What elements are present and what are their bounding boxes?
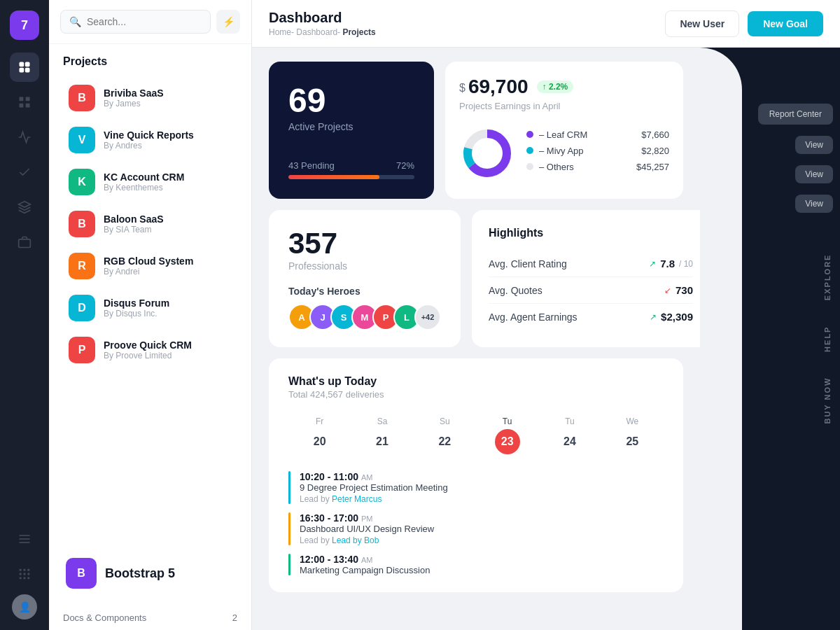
legend-left: – Others: [526, 162, 574, 172]
report-center-button[interactable]: Report Center: [758, 104, 833, 125]
legend-value: $7,660: [641, 130, 669, 140]
topbar-left: Dashboard Home- Dashboard- Projects: [269, 10, 376, 37]
highlight-value: 7.8: [660, 258, 675, 270]
right-panel: Report Center View View View Explore Hel…: [700, 48, 840, 630]
view-button-1[interactable]: View: [795, 136, 833, 154]
view-button-3[interactable]: View: [795, 195, 833, 213]
day-name: Tu: [541, 416, 598, 426]
progress-percent: 72%: [396, 160, 414, 171]
project-logo: D: [69, 295, 95, 321]
search-box[interactable]: 🔍: [60, 10, 211, 34]
calendar-day[interactable]: Fr 20: [288, 411, 351, 460]
project-item[interactable]: K KC Account CRM By Keenthemes: [55, 162, 246, 202]
search-input[interactable]: [87, 16, 202, 27]
calendar-day[interactable]: We 25: [601, 411, 664, 460]
event-person-link[interactable]: Lead by Bob: [332, 536, 379, 545]
calendar-row: Fr 20 Sa 21 Su 22 Tu 23 Tu 24 We 25: [288, 411, 664, 460]
event-color-bar: [288, 512, 290, 545]
legend-value: $2,820: [641, 146, 669, 156]
day-name: We: [604, 416, 661, 426]
project-item[interactable]: B Baloon SaaS By SIA Team: [55, 204, 246, 244]
calendar-day[interactable]: Sa 21: [351, 411, 413, 460]
day-number: 24: [557, 429, 582, 454]
project-item[interactable]: B Briviba SaaS By James: [55, 78, 246, 118]
highlight-value: 730: [676, 284, 693, 296]
new-user-button[interactable]: New User: [665, 10, 739, 37]
svg-rect-0: [20, 62, 24, 67]
breadcrumb-home[interactable]: Home-: [269, 27, 294, 37]
user-avatar[interactable]: 👤: [12, 594, 37, 620]
event-title: Marketing Campaign Discussion: [300, 565, 430, 575]
calendar-day[interactable]: Tu 24: [538, 411, 601, 460]
explore-tab[interactable]: Explore: [815, 241, 840, 314]
filter-button[interactable]: ⚡: [216, 10, 240, 34]
event-person-link[interactable]: Peter Marcus: [332, 494, 382, 504]
nav-chart-icon[interactable]: [10, 122, 39, 152]
earnings-subtitle: Projects Earnings in April: [459, 101, 669, 111]
breadcrumb: Home- Dashboard- Projects: [269, 27, 376, 37]
project-item[interactable]: D Disqus Forum By Disqus Inc.: [55, 288, 246, 328]
projects-heading: Projects: [49, 44, 251, 74]
sidebar-docs[interactable]: Docs & Components 2: [49, 606, 251, 630]
nav-apps-icon[interactable]: [10, 559, 39, 589]
nav-dashboard-icon[interactable]: [10, 52, 39, 82]
project-item[interactable]: R RGB Cloud System By Andrei: [55, 246, 246, 286]
heroes-title: Today's Heroes: [288, 286, 441, 297]
nav-layers-icon[interactable]: [10, 192, 39, 222]
legend-label: – Others: [539, 162, 574, 172]
page-title: Dashboard: [269, 10, 376, 26]
day-name: Fr: [291, 416, 348, 426]
day-number: 23: [495, 429, 520, 454]
project-name: RGB Cloud System: [104, 255, 232, 267]
event-lead: Lead by Lead by Bob: [300, 536, 434, 545]
svg-point-14: [23, 569, 25, 571]
active-projects-card: 69 Active Projects 43 Pending 72%: [269, 62, 434, 199]
nav-check-icon[interactable]: [10, 158, 39, 187]
event-title: Dashboard UI/UX Design Review: [300, 524, 434, 534]
view-button-2[interactable]: View: [795, 165, 833, 183]
project-logo: B: [69, 85, 95, 111]
legend-left: – Leaf CRM: [526, 130, 587, 140]
svg-rect-3: [25, 68, 30, 73]
nav-menu-icon[interactable]: [10, 524, 39, 554]
buy-now-tab[interactable]: Buy now: [815, 364, 840, 436]
calendar-day[interactable]: Su 22: [414, 411, 476, 460]
event-time: 16:30 - 17:00 PM: [300, 512, 434, 524]
day-number: 25: [620, 429, 645, 454]
highlights-card: Highlights Avg. Client Rating ↗ 7.8 / 10…: [472, 210, 700, 347]
event-ampm: AM: [361, 556, 373, 564]
trend-arrow: ↗: [649, 259, 656, 269]
highlight-value: $2,309: [661, 311, 693, 323]
earnings-currency: $: [459, 82, 465, 94]
earnings-card: $ 69,700 ↑ 2.2% Projects Earnings in Apr…: [445, 62, 683, 199]
main-content: Dashboard Home- Dashboard- Projects New …: [252, 0, 840, 630]
day-number: 20: [307, 429, 332, 454]
sidebar-header: 🔍 ⚡: [49, 0, 251, 44]
project-by: By SIA Team: [104, 225, 232, 234]
nav-briefcase-icon[interactable]: [10, 227, 39, 257]
earnings-amount: 69,700: [468, 76, 528, 98]
project-by: By Proove Limited: [104, 351, 232, 360]
breadcrumb-dashboard[interactable]: Dashboard-: [296, 27, 340, 37]
nav-grid-icon[interactable]: [10, 88, 39, 117]
project-logo: K: [69, 169, 95, 195]
calendar-day[interactable]: Tu 23: [476, 411, 538, 460]
event-lead: Lead by Peter Marcus: [300, 494, 448, 504]
highlight-max: / 10: [679, 259, 693, 269]
legend-item: – Mivy App $2,820: [526, 146, 669, 156]
breadcrumb-projects[interactable]: Projects: [342, 27, 375, 37]
project-logo: P: [69, 337, 95, 363]
help-tab[interactable]: Help: [815, 313, 840, 364]
legend-label: – Mivy App: [539, 146, 584, 156]
project-name: Vine Quick Reports: [104, 130, 232, 141]
event-details: 10:20 - 11:00 AM 9 Degree Project Estima…: [297, 471, 448, 504]
professionals-label: Professionals: [288, 260, 441, 272]
project-name: Disqus Forum: [104, 298, 232, 309]
svg-rect-6: [20, 104, 24, 108]
new-goal-button[interactable]: New Goal: [748, 11, 823, 36]
trend-arrow: ↗: [650, 312, 657, 322]
project-item[interactable]: V Vine Quick Reports By Andres: [55, 120, 246, 160]
project-info: Vine Quick Reports By Andres: [104, 130, 232, 150]
legend-dot: [526, 147, 533, 154]
project-item[interactable]: P Proove Quick CRM By Proove Limited: [55, 330, 246, 370]
